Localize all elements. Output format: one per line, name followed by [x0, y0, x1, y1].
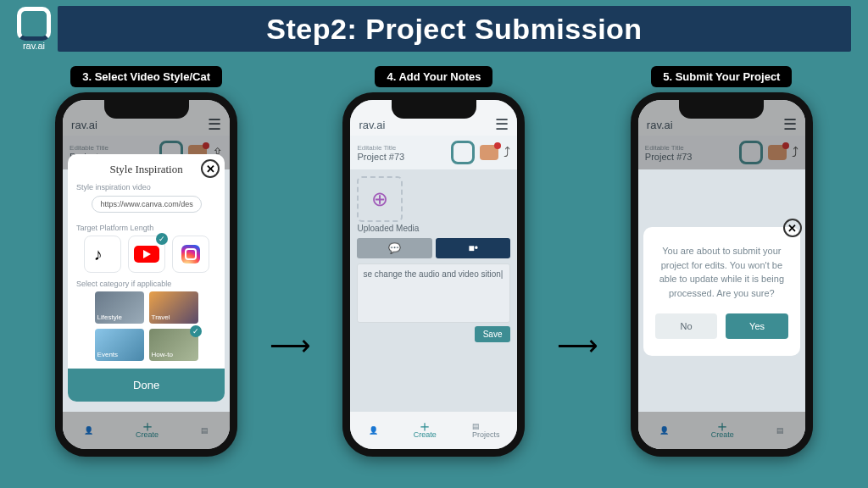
modal-title: Style Inspiration [76, 163, 216, 176]
add-media-button[interactable]: ⊕ [357, 176, 403, 222]
platform-instagram[interactable] [172, 236, 209, 273]
phone-mock-1: rav.ai☰ Editable TitleProject⇪ ✕ Style I… [55, 92, 237, 457]
nav-account[interactable]: 👤 [84, 426, 93, 435]
nav-account[interactable]: 👤 [659, 426, 669, 435]
nav-create[interactable]: ＋Create [711, 422, 734, 439]
step-label-5: 5. Submit Your Project [651, 66, 792, 87]
tab-video[interactable]: ■• [436, 238, 511, 258]
phone-mock-3: rav.ai☰ Editable TitleProject #73 ⤴ ✕ Yo… [631, 92, 813, 457]
close-icon[interactable]: ✕ [783, 219, 802, 237]
brand-text: rav.ai [647, 119, 673, 131]
arrow-icon: ⟶ [270, 328, 311, 362]
category-option[interactable]: How-to [149, 329, 198, 361]
logo-icon [739, 141, 763, 164]
nav-account[interactable]: 👤 [369, 426, 378, 435]
step-label-4: 4. Add Your Notes [375, 66, 492, 87]
category-option[interactable]: Lifestyle [95, 291, 144, 324]
brand-text: rav.ai [359, 119, 385, 131]
brand-logo: rav.ai [17, 7, 51, 51]
category-option[interactable]: Events [95, 329, 144, 361]
tab-audio[interactable]: 💬 [357, 238, 432, 258]
category-label: Select category if applicable [76, 280, 216, 288]
url-label: Style inspiration video [76, 183, 216, 191]
logo-icon [451, 141, 475, 164]
confirm-modal: ✕ You are about to submit your project f… [643, 227, 800, 356]
style-url-input[interactable]: https://www.canva.com/des [92, 196, 202, 213]
hamburger-icon[interactable]: ☰ [208, 115, 221, 134]
uploaded-media-label: Uploaded Media [357, 224, 510, 233]
arrow-icon: ⟶ [557, 328, 598, 362]
step-label-3: 3. Select Video Style/Cat [70, 66, 222, 87]
share-icon[interactable]: ⤴ [792, 145, 798, 160]
hamburger-icon[interactable]: ☰ [495, 115, 509, 134]
page-title-bar: Step2: Project Submission [58, 6, 851, 52]
nav-projects[interactable]: ▤ [201, 426, 209, 435]
nav-projects[interactable]: ▤ [776, 426, 784, 435]
hamburger-icon[interactable]: ☰ [783, 115, 797, 134]
tiktok-icon [94, 245, 111, 263]
confirm-text: You are about to submit your project for… [655, 244, 788, 300]
platform-label: Target Platform Length [76, 224, 216, 232]
yes-button[interactable]: Yes [726, 313, 788, 339]
platform-youtube[interactable] [128, 236, 165, 273]
project-title[interactable]: Editable TitleProject #73 [357, 144, 446, 162]
brand-text: rav.ai [71, 119, 97, 131]
close-icon[interactable]: ✕ [201, 159, 220, 178]
category-option[interactable]: Travel [149, 291, 198, 324]
style-modal: ✕ Style Inspiration Style inspiration vi… [68, 154, 225, 402]
nav-create[interactable]: ＋Create [136, 422, 159, 439]
nav-create[interactable]: ＋Create [414, 422, 437, 439]
page-title: Step2: Project Submission [266, 13, 642, 46]
platform-tiktok[interactable] [84, 236, 121, 273]
nav-projects[interactable]: ▤Projects [472, 422, 500, 439]
project-title: Editable TitleProject #73 [645, 144, 734, 162]
save-button[interactable]: Save [475, 326, 511, 342]
share-icon[interactable]: ⤴ [504, 145, 510, 160]
instagram-icon [181, 245, 200, 263]
notes-textarea[interactable]: se change the audio and video sition| [357, 263, 510, 323]
youtube-icon [134, 246, 159, 263]
chat-icon[interactable] [480, 145, 498, 160]
done-button[interactable]: Done [68, 369, 225, 402]
chat-icon[interactable] [768, 145, 787, 160]
phone-mock-2: rav.ai☰ Editable TitleProject #73 ⤴ ⊕ Up… [342, 92, 525, 457]
no-button[interactable]: No [655, 313, 718, 339]
